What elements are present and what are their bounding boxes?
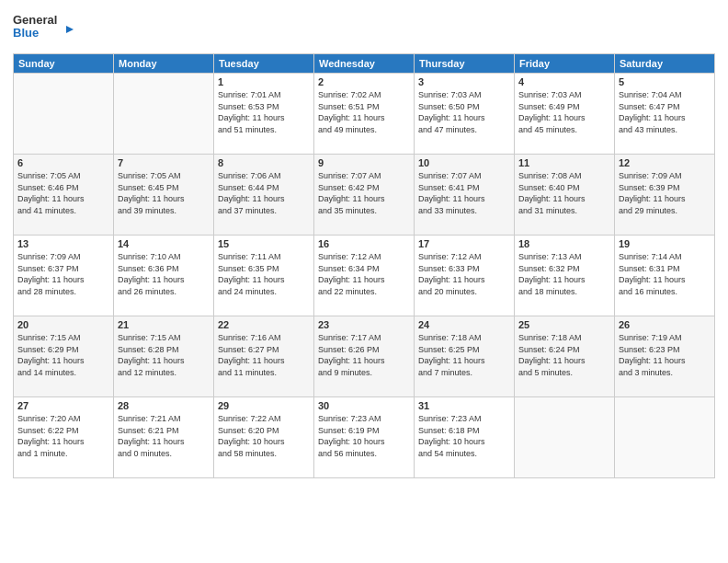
- calendar-cell: 2Sunrise: 7:02 AM Sunset: 6:51 PM Daylig…: [314, 74, 415, 155]
- day-number: 31: [418, 400, 510, 411]
- day-info: Sunrise: 7:06 AM Sunset: 6:44 PM Dayligh…: [218, 170, 310, 216]
- calendar-cell: 23Sunrise: 7:17 AM Sunset: 6:26 PM Dayli…: [314, 316, 415, 397]
- week-row-2: 6Sunrise: 7:05 AM Sunset: 6:46 PM Daylig…: [14, 155, 715, 236]
- day-header-sunday: Sunday: [14, 54, 114, 74]
- day-number: 8: [218, 157, 310, 168]
- calendar-cell: 18Sunrise: 7:13 AM Sunset: 6:32 PM Dayli…: [515, 236, 615, 316]
- day-number: 24: [418, 319, 510, 330]
- day-info: Sunrise: 7:18 AM Sunset: 6:25 PM Dayligh…: [418, 332, 510, 378]
- logo: General Blue: [13, 9, 77, 46]
- calendar-cell: 15Sunrise: 7:11 AM Sunset: 6:35 PM Dayli…: [214, 236, 314, 316]
- svg-marker-2: [66, 26, 74, 33]
- day-number: 7: [118, 157, 210, 168]
- day-number: 16: [318, 238, 410, 249]
- day-info: Sunrise: 7:01 AM Sunset: 6:53 PM Dayligh…: [218, 89, 310, 135]
- day-number: 20: [17, 319, 109, 330]
- day-number: 13: [17, 238, 109, 249]
- day-number: 19: [619, 238, 711, 249]
- calendar-cell: 22Sunrise: 7:16 AM Sunset: 6:27 PM Dayli…: [214, 316, 314, 397]
- day-number: 21: [118, 319, 210, 330]
- day-number: 28: [118, 400, 210, 411]
- day-info: Sunrise: 7:20 AM Sunset: 6:22 PM Dayligh…: [17, 413, 109, 459]
- calendar-cell: 16Sunrise: 7:12 AM Sunset: 6:34 PM Dayli…: [314, 236, 415, 316]
- calendar-cell: [515, 397, 615, 478]
- calendar-cell: 31Sunrise: 7:23 AM Sunset: 6:18 PM Dayli…: [415, 397, 515, 478]
- day-number: 9: [318, 157, 410, 168]
- day-info: Sunrise: 7:12 AM Sunset: 6:33 PM Dayligh…: [418, 251, 510, 297]
- day-info: Sunrise: 7:08 AM Sunset: 6:40 PM Dayligh…: [518, 170, 610, 216]
- day-info: Sunrise: 7:05 AM Sunset: 6:46 PM Dayligh…: [17, 170, 109, 216]
- day-info: Sunrise: 7:17 AM Sunset: 6:26 PM Dayligh…: [318, 332, 410, 378]
- svg-text:General: General: [13, 13, 57, 27]
- day-header-saturday: Saturday: [615, 54, 715, 74]
- day-info: Sunrise: 7:04 AM Sunset: 6:47 PM Dayligh…: [619, 89, 711, 135]
- day-info: Sunrise: 7:05 AM Sunset: 6:45 PM Dayligh…: [118, 170, 210, 216]
- calendar-cell: 6Sunrise: 7:05 AM Sunset: 6:46 PM Daylig…: [14, 155, 114, 236]
- calendar-cell: 7Sunrise: 7:05 AM Sunset: 6:45 PM Daylig…: [114, 155, 214, 236]
- day-number: 10: [418, 157, 510, 168]
- calendar-cell: 1Sunrise: 7:01 AM Sunset: 6:53 PM Daylig…: [214, 74, 314, 155]
- day-number: 29: [218, 400, 310, 411]
- day-number: 14: [118, 238, 210, 249]
- day-info: Sunrise: 7:23 AM Sunset: 6:18 PM Dayligh…: [418, 413, 510, 459]
- header: General Blue: [13, 9, 715, 46]
- day-info: Sunrise: 7:03 AM Sunset: 6:49 PM Dayligh…: [518, 89, 610, 135]
- day-number: 15: [218, 238, 310, 249]
- day-info: Sunrise: 7:23 AM Sunset: 6:19 PM Dayligh…: [318, 413, 410, 459]
- calendar-cell: 13Sunrise: 7:09 AM Sunset: 6:37 PM Dayli…: [14, 236, 114, 316]
- day-number: 1: [218, 76, 310, 87]
- day-info: Sunrise: 7:07 AM Sunset: 6:41 PM Dayligh…: [418, 170, 510, 216]
- calendar-cell: 29Sunrise: 7:22 AM Sunset: 6:20 PM Dayli…: [214, 397, 314, 478]
- day-number: 27: [17, 400, 109, 411]
- week-row-4: 20Sunrise: 7:15 AM Sunset: 6:29 PM Dayli…: [14, 316, 715, 397]
- calendar-cell: 25Sunrise: 7:18 AM Sunset: 6:24 PM Dayli…: [515, 316, 615, 397]
- calendar-cell: [114, 74, 214, 155]
- day-number: 25: [518, 319, 610, 330]
- day-info: Sunrise: 7:09 AM Sunset: 6:39 PM Dayligh…: [619, 170, 711, 216]
- day-info: Sunrise: 7:03 AM Sunset: 6:50 PM Dayligh…: [418, 89, 510, 135]
- calendar-cell: 26Sunrise: 7:19 AM Sunset: 6:23 PM Dayli…: [615, 316, 715, 397]
- day-info: Sunrise: 7:22 AM Sunset: 6:20 PM Dayligh…: [218, 413, 310, 459]
- calendar-cell: 28Sunrise: 7:21 AM Sunset: 6:21 PM Dayli…: [114, 397, 214, 478]
- calendar-cell: 3Sunrise: 7:03 AM Sunset: 6:50 PM Daylig…: [415, 74, 515, 155]
- day-info: Sunrise: 7:09 AM Sunset: 6:37 PM Dayligh…: [17, 251, 109, 297]
- week-row-3: 13Sunrise: 7:09 AM Sunset: 6:37 PM Dayli…: [14, 236, 715, 316]
- day-info: Sunrise: 7:21 AM Sunset: 6:21 PM Dayligh…: [118, 413, 210, 459]
- header-row: SundayMondayTuesdayWednesdayThursdayFrid…: [14, 54, 715, 74]
- week-row-5: 27Sunrise: 7:20 AM Sunset: 6:22 PM Dayli…: [14, 397, 715, 478]
- day-number: 23: [318, 319, 410, 330]
- day-info: Sunrise: 7:02 AM Sunset: 6:51 PM Dayligh…: [318, 89, 410, 135]
- calendar-cell: 11Sunrise: 7:08 AM Sunset: 6:40 PM Dayli…: [515, 155, 615, 236]
- day-header-monday: Monday: [114, 54, 214, 74]
- calendar-cell: 14Sunrise: 7:10 AM Sunset: 6:36 PM Dayli…: [114, 236, 214, 316]
- day-number: 26: [619, 319, 711, 330]
- day-number: 30: [318, 400, 410, 411]
- page: General Blue SundayMondayTuesdayWednesda…: [0, 0, 728, 563]
- day-info: Sunrise: 7:07 AM Sunset: 6:42 PM Dayligh…: [318, 170, 410, 216]
- day-header-wednesday: Wednesday: [314, 54, 415, 74]
- calendar-cell: 12Sunrise: 7:09 AM Sunset: 6:39 PM Dayli…: [615, 155, 715, 236]
- day-info: Sunrise: 7:13 AM Sunset: 6:32 PM Dayligh…: [518, 251, 610, 297]
- calendar-cell: 5Sunrise: 7:04 AM Sunset: 6:47 PM Daylig…: [615, 74, 715, 155]
- calendar-cell: 20Sunrise: 7:15 AM Sunset: 6:29 PM Dayli…: [14, 316, 114, 397]
- svg-text:Blue: Blue: [13, 26, 39, 40]
- day-number: 11: [518, 157, 610, 168]
- logo-svg: General Blue: [13, 9, 77, 46]
- day-number: 22: [218, 319, 310, 330]
- day-info: Sunrise: 7:11 AM Sunset: 6:35 PM Dayligh…: [218, 251, 310, 297]
- week-row-1: 1Sunrise: 7:01 AM Sunset: 6:53 PM Daylig…: [14, 74, 715, 155]
- calendar-cell: 9Sunrise: 7:07 AM Sunset: 6:42 PM Daylig…: [314, 155, 415, 236]
- day-info: Sunrise: 7:15 AM Sunset: 6:28 PM Dayligh…: [118, 332, 210, 378]
- day-number: 5: [619, 76, 711, 87]
- calendar-cell: 21Sunrise: 7:15 AM Sunset: 6:28 PM Dayli…: [114, 316, 214, 397]
- day-info: Sunrise: 7:18 AM Sunset: 6:24 PM Dayligh…: [518, 332, 610, 378]
- day-number: 4: [518, 76, 610, 87]
- day-number: 17: [418, 238, 510, 249]
- day-info: Sunrise: 7:14 AM Sunset: 6:31 PM Dayligh…: [619, 251, 711, 297]
- day-header-tuesday: Tuesday: [214, 54, 314, 74]
- day-number: 6: [17, 157, 109, 168]
- calendar-cell: 30Sunrise: 7:23 AM Sunset: 6:19 PM Dayli…: [314, 397, 415, 478]
- calendar-cell: 27Sunrise: 7:20 AM Sunset: 6:22 PM Dayli…: [14, 397, 114, 478]
- calendar-cell: 24Sunrise: 7:18 AM Sunset: 6:25 PM Dayli…: [415, 316, 515, 397]
- day-number: 12: [619, 157, 711, 168]
